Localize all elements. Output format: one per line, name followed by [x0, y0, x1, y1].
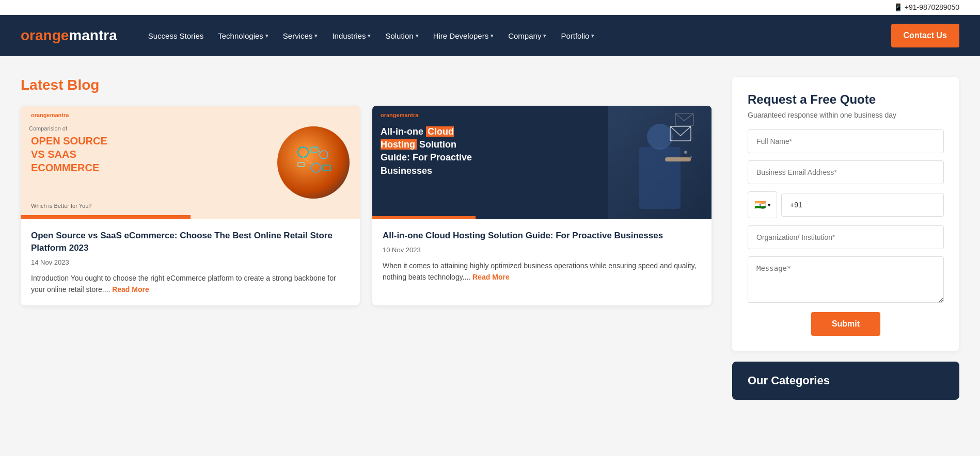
- svg-rect-10: [665, 157, 691, 161]
- blog-section: Latest Blog orangemantra Comparision of …: [21, 77, 712, 400]
- card2-highlight: CloudHosting: [381, 126, 454, 150]
- top-bar: 📱 +91-9870289050: [0, 0, 980, 15]
- logo-link[interactable]: orangemantra: [21, 27, 117, 44]
- quote-section: Request a Free Quote Guaranteed response…: [732, 77, 959, 351]
- categories-title: Our Categories: [748, 374, 944, 387]
- blog-card-2-excerpt: When it comes to attaining highly optimi…: [383, 260, 701, 296]
- email-input[interactable]: [748, 160, 944, 184]
- submit-button[interactable]: Submit: [811, 312, 880, 336]
- quote-subtitle: Guaranteed response within one business …: [748, 111, 944, 119]
- phone-icon: 📱: [894, 3, 903, 11]
- message-textarea[interactable]: [748, 256, 944, 303]
- chevron-down-icon: ▾: [368, 32, 371, 39]
- blog-card-2: orangemantra All-in-one CloudHosting Sol…: [372, 106, 712, 305]
- card2-text-block: All-in-one CloudHosting SolutionGuide: F…: [381, 125, 494, 177]
- blog-card-2-title: All-in-one Cloud Hosting Solution Guide:…: [383, 230, 701, 242]
- contact-us-button[interactable]: Contact Us: [891, 24, 959, 47]
- blog-card-1: orangemantra Comparision of OPEN SOURCE …: [21, 106, 360, 305]
- card1-sub: Which is Better for You?: [31, 203, 91, 209]
- card1-logo: orangemantra: [31, 112, 69, 118]
- full-name-group: [748, 129, 944, 153]
- card1-circle: [277, 126, 350, 199]
- svg-point-13: [684, 151, 687, 154]
- svg-point-0: [298, 147, 308, 157]
- svg-point-14: [690, 156, 692, 158]
- card2-accent: [372, 216, 476, 219]
- card1-accent-bar: [21, 215, 191, 219]
- card1-icons-svg: [288, 137, 339, 188]
- svg-point-9: [647, 124, 673, 150]
- message-group: [748, 256, 944, 305]
- blog-section-title: Latest Blog: [21, 77, 712, 93]
- nav-industries[interactable]: Industries ▾: [332, 31, 371, 40]
- svg-rect-11: [670, 126, 691, 141]
- logo-orange: orange: [21, 27, 69, 43]
- card1-comparison-label: Comparision of: [29, 125, 67, 132]
- blog-cards-container: orangemantra Comparision of OPEN SOURCE …: [21, 106, 712, 305]
- svg-rect-8: [639, 147, 681, 209]
- nav-company[interactable]: Company ▾: [508, 31, 546, 40]
- blog-card-1-read-more[interactable]: Read More: [112, 285, 149, 294]
- svg-rect-5: [323, 165, 330, 171]
- nav-success-stories[interactable]: Success Stories: [148, 31, 204, 40]
- card2-logo: orangemantra: [381, 112, 418, 118]
- quote-title: Request a Free Quote: [748, 92, 944, 107]
- phone-group: 🇮🇳 ▾: [748, 191, 944, 218]
- blog-card-1-image: orangemantra Comparision of OPEN SOURCE …: [21, 106, 360, 219]
- svg-point-2: [320, 151, 328, 159]
- card2-graphic-svg: [608, 106, 712, 219]
- flag-icon: 🇮🇳: [754, 199, 766, 210]
- card2-headline: All-in-one CloudHosting SolutionGuide: F…: [381, 125, 494, 177]
- chevron-down-icon: ▾: [543, 32, 546, 39]
- country-code-dropdown[interactable]: 🇮🇳 ▾: [748, 191, 777, 218]
- chevron-down-icon: ▾: [416, 32, 419, 39]
- chevron-down-icon: ▾: [491, 32, 494, 39]
- nav-menu: Success Stories Technologies ▾ Services …: [148, 31, 891, 40]
- navbar: orangemantra Success Stories Technologie…: [0, 15, 980, 56]
- card1-headline: OPEN SOURCE VS SAAS ECOMMERCE: [31, 134, 114, 174]
- chevron-down-icon: ▾: [768, 202, 770, 208]
- blog-card-1-excerpt: Introduction You ought to choose the rig…: [31, 272, 350, 296]
- nav-hire-developers[interactable]: Hire Developers ▾: [433, 31, 494, 40]
- chevron-down-icon: ▾: [591, 32, 594, 39]
- blog-card-2-read-more[interactable]: Read More: [472, 273, 510, 281]
- card2-graphic-bg: [608, 106, 712, 219]
- org-group: [748, 225, 944, 249]
- nav-portfolio[interactable]: Portfolio ▾: [561, 31, 594, 40]
- main-content: Latest Blog orangemantra Comparision of …: [0, 56, 980, 420]
- full-name-input[interactable]: [748, 129, 944, 153]
- phone-input[interactable]: [781, 193, 944, 217]
- phone-number: +91-9870289050: [905, 3, 959, 11]
- svg-line-6: [303, 157, 313, 165]
- svg-point-4: [311, 163, 321, 172]
- blog-card-2-body: All-in-one Cloud Hosting Solution Guide:…: [372, 219, 712, 305]
- sidebar: Request a Free Quote Guaranteed response…: [732, 77, 959, 400]
- blog-card-2-date: 10 Nov 2023: [383, 246, 701, 254]
- org-input[interactable]: [748, 225, 944, 249]
- nav-services[interactable]: Services ▾: [283, 31, 318, 40]
- nav-solution[interactable]: Solution ▾: [385, 31, 418, 40]
- blog-card-2-image: orangemantra All-in-one CloudHosting Sol…: [372, 106, 712, 219]
- blog-card-1-body: Open Source vs SaaS eCommerce: Choose Th…: [21, 219, 360, 305]
- blog-card-1-date: 14 Nov 2023: [31, 258, 350, 266]
- chevron-down-icon: ▾: [314, 32, 318, 39]
- svg-rect-3: [298, 162, 304, 167]
- nav-technologies[interactable]: Technologies ▾: [218, 31, 268, 40]
- logo-white: mantra: [69, 27, 117, 43]
- chevron-down-icon: ▾: [265, 32, 268, 39]
- categories-section: Our Categories: [732, 362, 959, 400]
- blog-card-1-title: Open Source vs SaaS eCommerce: Choose Th…: [31, 230, 350, 254]
- email-group: [748, 160, 944, 184]
